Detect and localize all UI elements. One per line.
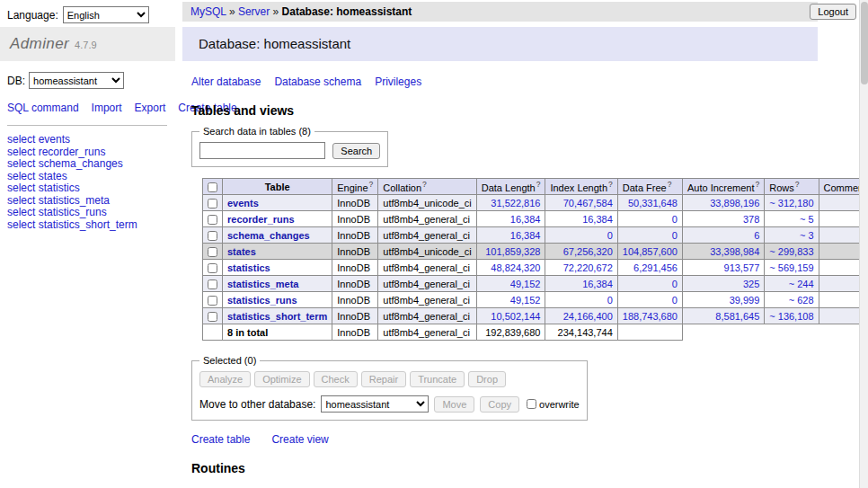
column-header-auto-increment[interactable]: Auto Increment? — [682, 179, 764, 195]
cell-index-length-link[interactable]: 67,256,320 — [563, 246, 613, 257]
cell-data-length-link[interactable]: 16,384 — [510, 214, 541, 225]
cell-auto-increment-link[interactable]: 33,398,984 — [710, 246, 759, 257]
cell-auto-increment-link[interactable]: 6 — [754, 230, 759, 241]
cell-index-length-link[interactable]: 16,384 — [582, 279, 613, 289]
search-input[interactable] — [199, 142, 325, 159]
breadcrumb-link-server[interactable]: Server — [238, 5, 270, 18]
cell-data-free-link[interactable]: 188,743,680 — [623, 311, 678, 322]
cell-auto-increment-link[interactable]: 8,581,645 — [715, 311, 759, 322]
column-help-icon[interactable]: ? — [756, 180, 760, 189]
sidebar-table-link-select-recorder-runs[interactable]: select recorder_runs — [7, 146, 105, 158]
cell-data-length-link[interactable]: 48,824,320 — [491, 262, 540, 273]
column-help-icon[interactable]: ? — [369, 180, 374, 189]
cell-data-length-link[interactable]: 10,502,144 — [491, 311, 540, 322]
cell-data-free-link[interactable]: 104,857,600 — [623, 246, 678, 257]
check-button[interactable]: Check — [314, 371, 358, 387]
move-button[interactable]: Move — [434, 396, 474, 413]
cell-rows-link[interactable]: ~ 628 — [789, 295, 814, 306]
cell-data-length-link[interactable]: 16,384 — [510, 230, 541, 241]
column-header-index-length[interactable]: Index Length? — [545, 179, 617, 195]
cell-data-free-link[interactable]: 0 — [672, 214, 678, 225]
sidebar-table-link-select-statistics-short-term[interactable]: select statistics_short_term — [7, 218, 137, 231]
cell-data-length-link[interactable]: 49,152 — [510, 279, 541, 289]
table-name-link-events[interactable]: events — [227, 198, 259, 209]
move-db-select[interactable]: homeassistant — [321, 395, 429, 413]
column-header-engine[interactable]: Engine? — [332, 179, 378, 195]
optimize-button[interactable]: Optimize — [254, 371, 309, 387]
sidebar-table-link-select-states[interactable]: select states — [7, 170, 67, 182]
sidebar-action-import[interactable]: Import — [92, 102, 122, 114]
cell-data-length-link[interactable]: 101,859,328 — [485, 246, 540, 257]
breadcrumb-link-mysql[interactable]: MySQL — [190, 5, 226, 18]
row-checkbox[interactable] — [208, 279, 217, 289]
cell-rows-link[interactable]: ~ 299,833 — [769, 246, 813, 257]
cell-data-free-link[interactable]: 6,291,456 — [633, 262, 678, 273]
cell-rows-link[interactable]: ~ 569,159 — [769, 262, 813, 273]
cell-data-free-link[interactable]: 50,331,648 — [628, 198, 678, 209]
column-help-icon[interactable]: ? — [795, 180, 800, 189]
language-select[interactable]: English — [63, 6, 149, 23]
table-name-link-schema-changes[interactable]: schema_changes — [227, 230, 310, 241]
search-button[interactable]: Search — [332, 143, 380, 159]
cell-index-length-link[interactable]: 16,384 — [582, 214, 613, 225]
row-checkbox[interactable] — [208, 312, 217, 322]
cell-rows-link[interactable]: ~ 136,108 — [769, 311, 813, 322]
column-header-collation[interactable]: Collation? — [378, 179, 476, 195]
copy-button[interactable]: Copy — [480, 396, 519, 413]
repair-button[interactable]: Repair — [361, 371, 406, 387]
table-name-link-statistics-meta[interactable]: statistics_meta — [227, 279, 299, 289]
cell-rows-link[interactable]: ~ 3 — [800, 230, 814, 241]
cell-index-length-link[interactable]: 70,467,584 — [563, 198, 613, 209]
cell-data-length-link[interactable]: 31,522,816 — [491, 198, 540, 209]
table-name-link-statistics-short-term[interactable]: statistics_short_term — [227, 311, 327, 322]
row-checkbox[interactable] — [208, 263, 217, 273]
row-checkbox[interactable] — [208, 199, 217, 209]
select-all-checkbox[interactable] — [208, 182, 217, 192]
sidebar-table-link-select-schema-changes[interactable]: select schema_changes — [7, 157, 123, 170]
cell-rows-link[interactable]: ~ 312,180 — [769, 198, 813, 209]
app-logo[interactable]: Adminer — [10, 35, 69, 52]
cell-index-length-link[interactable]: 0 — [607, 295, 613, 306]
scrollbar[interactable] — [859, 0, 868, 488]
nav-link-privileges[interactable]: Privileges — [375, 75, 421, 88]
cell-data-free-link[interactable]: 0 — [672, 295, 678, 306]
logout-button[interactable]: Logout — [810, 4, 856, 20]
cell-data-free-link[interactable]: 0 — [672, 279, 678, 289]
overwrite-checkbox[interactable] — [527, 399, 536, 409]
column-header-table[interactable]: Table — [223, 179, 332, 195]
column-header-rows[interactable]: Rows? — [765, 179, 819, 195]
cell-index-length-link[interactable]: 72,220,672 — [563, 262, 613, 273]
cell-index-length-link[interactable]: 0 — [607, 230, 613, 241]
cell-auto-increment-link[interactable]: 39,999 — [730, 295, 760, 306]
drop-button[interactable]: Drop — [468, 371, 506, 387]
cell-auto-increment-link[interactable]: 33,898,196 — [710, 198, 759, 209]
cell-auto-increment-link[interactable]: 913,577 — [724, 262, 760, 273]
cell-data-length-link[interactable]: 49,152 — [510, 295, 541, 306]
sidebar-table-link-select-statistics-meta[interactable]: select statistics_meta — [7, 194, 110, 207]
cell-index-length-link[interactable]: 24,166,400 — [563, 311, 613, 322]
cell-rows-link[interactable]: ~ 5 — [800, 214, 814, 225]
column-help-icon[interactable]: ? — [608, 180, 613, 189]
scrollbar-thumb[interactable] — [861, 2, 868, 84]
row-checkbox[interactable] — [208, 296, 217, 306]
table-name-link-statistics-runs[interactable]: statistics_runs — [227, 295, 297, 306]
row-checkbox[interactable] — [208, 231, 217, 241]
table-name-link-states[interactable]: states — [227, 246, 256, 257]
analyze-button[interactable]: Analyze — [199, 371, 251, 387]
cell-auto-increment-link[interactable]: 325 — [743, 279, 759, 289]
column-header-data-free[interactable]: Data Free? — [617, 179, 682, 195]
nav-link-alter-database[interactable]: Alter database — [191, 75, 261, 88]
sidebar-action-sql-command[interactable]: SQL command — [7, 102, 79, 114]
table-name-link-recorder-runs[interactable]: recorder_runs — [227, 214, 295, 225]
cell-auto-increment-link[interactable]: 378 — [743, 214, 759, 225]
column-help-icon[interactable]: ? — [536, 180, 541, 189]
db-select[interactable]: homeassistant — [29, 72, 124, 89]
create-table-link[interactable]: Create table — [191, 433, 250, 446]
create-view-link[interactable]: Create view — [271, 433, 328, 446]
cell-rows-link[interactable]: ~ 244 — [789, 279, 814, 289]
cell-data-free-link[interactable]: 0 — [672, 230, 678, 241]
sidebar-table-link-select-statistics[interactable]: select statistics — [7, 182, 80, 194]
row-checkbox[interactable] — [208, 247, 217, 257]
row-checkbox[interactable] — [208, 215, 217, 225]
column-help-icon[interactable]: ? — [422, 180, 427, 189]
